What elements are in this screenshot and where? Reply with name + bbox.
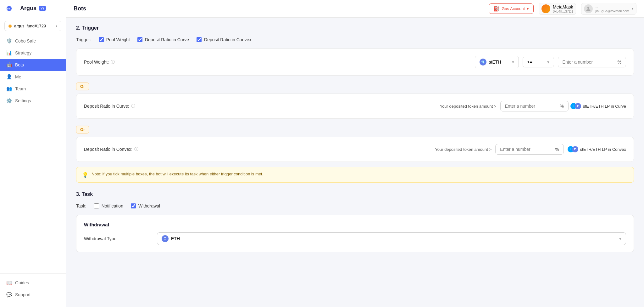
withdrawal-checkbox[interactable] xyxy=(131,203,136,208)
deposit-curve-deposited-label: Your deposited token amount > xyxy=(440,104,497,109)
withdrawal-checkbox-group: Withdrawal xyxy=(131,203,160,208)
deposit-convex-input-wrapper: % xyxy=(495,144,564,155)
deposit-curve-row: Deposit Ratio in Curve: ⓘ Your deposited… xyxy=(84,101,626,111)
pool-weight-card: Pool Weight: ⓘ 💎 stETH ▾ >= ▾ % xyxy=(76,48,634,76)
deposit-convex-card: Deposit Ratio in Convex: ⓘ Your deposite… xyxy=(76,137,634,162)
user-icon: 👤 xyxy=(6,74,12,80)
svg-text:co: co xyxy=(7,7,10,10)
withdrawal-type-label: Withdrawal Type: xyxy=(84,236,153,241)
or-label-2: Or xyxy=(76,126,89,134)
withdrawal-type-row: Withdrawal Type: Ξ ETH ▾ xyxy=(84,232,626,245)
sidebar-item-label: Team xyxy=(15,86,26,91)
deposit-convex-label[interactable]: Deposit Ratio in Convex xyxy=(204,37,251,42)
curve-lp-badge: L E stETH/ETH LP in Curve xyxy=(572,103,626,109)
cobo-logo-icon: co xyxy=(6,5,18,12)
eth-icon: E xyxy=(572,146,578,152)
deposit-curve-label[interactable]: Deposit Ratio in Curve xyxy=(145,37,189,42)
pool-weight-input-wrapper: % xyxy=(558,57,626,67)
trigger-section-title: 2. Trigger xyxy=(76,25,634,31)
eth-type-select[interactable]: Ξ ETH ▾ xyxy=(157,232,626,245)
deposit-convex-row: Deposit Ratio in Convex: ⓘ Your deposite… xyxy=(84,144,626,155)
metamask-avatar xyxy=(541,4,550,13)
user-display-name: -- xyxy=(595,4,629,9)
chevron-down-icon: ▾ xyxy=(527,6,529,11)
trigger-section: 2. Trigger Trigger: Pool Weight Deposit … xyxy=(76,25,634,183)
sidebar-item-settings[interactable]: ⚙️ Settings xyxy=(0,95,66,107)
chevron-down-icon: ▾ xyxy=(56,24,57,28)
sidebar-item-label: Guides xyxy=(15,280,29,285)
header-actions: ⛽ Gas Account ▾ MetaMask 0xb4ff...37D1 -… xyxy=(489,3,636,15)
sidebar-item-cobo-safe[interactable]: 🛡️ Cobo Safe xyxy=(0,35,66,47)
bots-icon: 🤖 xyxy=(6,62,12,68)
notification-label[interactable]: Notification xyxy=(102,203,123,208)
pool-weight-info-icon[interactable]: ⓘ xyxy=(111,59,115,65)
withdrawal-card-title: Withdrawal xyxy=(84,222,626,227)
sidebar: co Argus V2 argus_fund#1729 ▾ 🛡️ Cobo Sa… xyxy=(0,0,66,307)
user-email: jialuguo@foxmail.com xyxy=(595,9,629,13)
user-button[interactable]: -- jialuguo@foxmail.com ▾ xyxy=(581,3,636,15)
deposit-curve-checkbox[interactable] xyxy=(137,37,142,42)
curve-lp-label: stETH/ETH LP in Curve xyxy=(583,104,626,109)
user-info: -- jialuguo@foxmail.com xyxy=(595,4,629,13)
deposit-convex-checkbox[interactable] xyxy=(197,37,202,42)
metamask-name: MetaMask xyxy=(553,4,573,9)
sidebar-item-support[interactable]: 💬 Support xyxy=(0,289,66,301)
deposit-convex-card-label: Deposit Ratio in Convex: ⓘ xyxy=(84,146,153,152)
sidebar-item-me[interactable]: 👤 Me xyxy=(0,71,66,83)
eth-select-value: ETH xyxy=(171,236,180,241)
gas-account-button[interactable]: ⛽ Gas Account ▾ xyxy=(489,3,534,14)
token-label: stETH xyxy=(489,60,501,65)
metamask-button[interactable]: MetaMask 0xb4ff...37D1 xyxy=(539,3,576,15)
task-section: 3. Task Task: Notification Withdrawal Wi… xyxy=(76,191,634,252)
eth-icon: Ξ xyxy=(162,235,169,242)
fund-selector[interactable]: argus_fund#1729 ▾ xyxy=(4,21,61,31)
sidebar-item-label: Support xyxy=(15,292,31,297)
notification-checkbox[interactable] xyxy=(94,203,99,208)
metamask-info: MetaMask 0xb4ff...37D1 xyxy=(553,4,573,13)
task-bar: Task: Notification Withdrawal xyxy=(76,203,634,208)
task-label: Task: xyxy=(76,203,86,208)
deposit-curve-checkbox-group: Deposit Ratio in Curve xyxy=(137,37,189,42)
sidebar-item-strategy[interactable]: 📊 Strategy xyxy=(0,47,66,59)
sidebar-bottom: 📖 Guides 💬 Support xyxy=(0,273,66,307)
chat-icon: 💬 xyxy=(6,292,12,298)
sidebar-nav: 🛡️ Cobo Safe 📊 Strategy 🤖 Bots 👤 Me 👥 Te… xyxy=(0,35,66,107)
deposit-curve-card: Deposit Ratio in Curve: ⓘ Your deposited… xyxy=(76,94,634,119)
eth-select-inner: Ξ ETH xyxy=(162,235,180,242)
main-content: 2. Trigger Trigger: Pool Weight Deposit … xyxy=(66,18,644,307)
sidebar-item-label: Bots xyxy=(15,62,24,67)
deposit-curve-info-icon[interactable]: ⓘ xyxy=(131,103,135,109)
sidebar-item-team[interactable]: 👥 Team xyxy=(0,83,66,95)
sidebar-item-label: Strategy xyxy=(15,50,31,55)
withdrawal-card: Withdrawal Withdrawal Type: Ξ ETH ▾ xyxy=(76,215,634,252)
pool-weight-checkbox-group: Pool Weight xyxy=(99,37,130,42)
or-badge-2: Or xyxy=(76,122,634,137)
deposit-curve-input[interactable] xyxy=(505,104,560,109)
operator-select[interactable]: >= ▾ xyxy=(523,57,554,67)
deposit-curve-pct: % xyxy=(560,104,564,109)
withdrawal-label[interactable]: Withdrawal xyxy=(138,203,160,208)
logo-text: Argus xyxy=(20,5,36,12)
token-select[interactable]: 💎 stETH ▾ xyxy=(475,56,519,68)
sidebar-item-label: Settings xyxy=(15,98,31,103)
sidebar-item-guides[interactable]: 📖 Guides xyxy=(0,277,66,289)
pool-weight-checkbox[interactable] xyxy=(99,37,104,42)
or-label-1: Or xyxy=(76,82,89,90)
logo-area: co Argus V2 xyxy=(0,0,66,17)
deposit-curve-input-wrapper: % xyxy=(500,101,569,111)
sidebar-item-bots[interactable]: 🤖 Bots xyxy=(0,59,66,71)
note-box: 💡 Note: if you tick multiple boxes, the … xyxy=(76,167,634,183)
deposit-convex-pct: % xyxy=(555,147,559,152)
strategy-icon: 📊 xyxy=(6,50,12,56)
book-icon: 📖 xyxy=(6,280,12,286)
eth-select-chevron-icon: ▾ xyxy=(619,236,621,241)
pool-weight-card-label: Pool Weight: ⓘ xyxy=(84,59,153,65)
header: Bots ⛽ Gas Account ▾ MetaMask 0xb4ff...3… xyxy=(66,0,644,18)
warning-icon: 💡 xyxy=(82,172,88,178)
shield-icon: 🛡️ xyxy=(6,38,12,44)
pool-weight-input[interactable] xyxy=(563,60,618,65)
pool-weight-label[interactable]: Pool Weight xyxy=(106,37,130,42)
deposit-convex-info-icon[interactable]: ⓘ xyxy=(134,146,138,152)
operator-chevron-icon: ▾ xyxy=(547,60,549,65)
deposit-convex-input[interactable] xyxy=(500,147,555,152)
